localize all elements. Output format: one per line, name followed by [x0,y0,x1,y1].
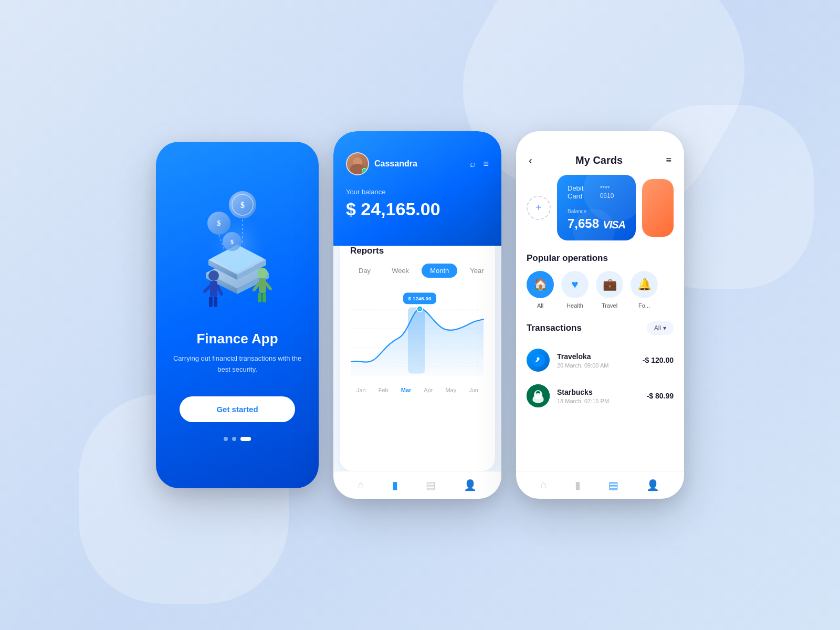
chevron-down-icon: ▾ [663,324,666,332]
header-actions: ⌕ ≡ [470,159,489,170]
finance-app-subtitle: Carrying out financial transactions with… [172,353,303,375]
traveloka-name: Traveloka [557,352,635,361]
finance-app-title: Finance App [196,331,278,347]
x-label-mar: Mar [401,387,412,393]
chart-area: Reports Day Week Month Year [340,235,495,471]
my-cards-header: ‹ My Cards ≡ [516,131,684,175]
reports-title: Reports [350,246,485,256]
operation-health-label: Health [566,302,583,309]
x-label-apr: Apr [424,387,433,393]
operation-food-label: Fo... [638,302,650,309]
nav-home-icon-3[interactable]: ⌂ [541,479,547,491]
card-partial-orange [642,179,674,237]
svg-point-40 [537,358,540,360]
operation-health-icon: ♥ [561,271,589,298]
nav-chart-icon[interactable]: ▮ [392,479,398,491]
svg-text:$: $ [240,201,245,209]
operation-health[interactable]: ♥ Health [561,271,589,309]
svg-rect-29 [262,293,266,302]
balance-amount: $ 24,165.00 [346,199,489,219]
starbucks-name: Starbucks [557,388,639,396]
phones-container: $ $ $ [156,131,684,499]
traveloka-date: 20 March, 09:00 AM [557,362,635,369]
operation-travel-icon: 💼 [596,271,623,298]
operation-all-icon: 🏠 [527,271,554,298]
starbucks-info: Starbucks 18 March, 07:15 PM [557,388,639,404]
finance-illustration: $ $ $ [174,173,300,320]
plus-icon: + [536,202,542,214]
tab-year[interactable]: Year [461,264,492,278]
menu-icon[interactable]: ≡ [483,159,489,170]
card-number-label: **** 0610 [600,185,625,200]
nav-profile-icon-3[interactable]: 👤 [646,479,659,491]
operation-travel-label: Travel [602,302,617,309]
svg-rect-19 [210,281,217,297]
nav-cards-icon[interactable]: ▤ [426,479,436,491]
card-bottom: 7,658 VISA [568,216,625,231]
dot-2 [232,437,236,441]
popular-operations-title: Popular operations [516,253,684,264]
phone-finance-app: $ $ $ [156,142,319,488]
my-cards-title: My Cards [575,154,623,166]
header-top-row: Cassandra ⌕ ≡ [346,152,489,175]
page-dots [224,437,251,441]
dashboard-bottom-nav: ⌂ ▮ ▤ 👤 [333,471,501,499]
svg-text:$ 1246.00: $ 1246.00 [408,296,432,301]
cards-section: + Debit Card **** 0610 Balance 7,658 VIS… [516,175,684,240]
user-avatar [346,152,369,175]
dot-1 [224,437,228,441]
online-indicator [362,168,367,173]
transactions-filter[interactable]: All ▾ [647,321,674,335]
card-type-label: Debit Card [568,184,600,200]
nav-cards-icon-3[interactable]: ▤ [608,479,618,491]
card-balance-label: Balance [568,208,625,214]
nav-profile-icon[interactable]: 👤 [464,479,477,491]
operation-all[interactable]: 🏠 All [527,271,554,309]
back-button[interactable]: ‹ [529,154,532,166]
operation-food[interactable]: 🔔 Fo... [631,271,658,309]
starbucks-amount: -$ 80.99 [647,392,674,400]
phone-dashboard: Cassandra ⌕ ≡ Your balance $ 24,165.00 R… [333,131,501,499]
starbucks-logo [527,384,550,407]
svg-text:$: $ [217,219,221,227]
x-label-feb: Feb [379,387,388,393]
x-label-jun: Jun [469,387,478,393]
svg-point-18 [208,270,219,281]
get-started-button[interactable]: Get started [180,396,295,422]
svg-rect-23 [214,297,217,307]
my-cards-bottom-nav: ⌂ ▮ ▤ 👤 [516,471,684,499]
nav-chart-icon-3[interactable]: ▮ [575,479,581,491]
transactions-header: Transactions All ▾ [516,321,684,335]
tab-day[interactable]: Day [350,264,379,278]
chart-x-labels: Jan Feb Mar Apr May Jun [350,383,485,400]
menu-button[interactable]: ≡ [666,155,671,166]
nav-home-icon[interactable]: ⌂ [358,479,364,491]
add-card-button[interactable]: + [527,196,551,220]
svg-text:$: $ [230,238,234,246]
chart-container: $ 1246.00 Jan Feb Mar Apr May Jun [350,286,485,471]
dot-3 [240,437,251,441]
phone-my-cards: ‹ My Cards ≡ + Debit Card **** 0610 Bala… [516,131,684,499]
traveloka-info: Traveloka 20 March, 09:00 AM [557,352,635,369]
operation-travel[interactable]: 💼 Travel [596,271,623,309]
starbucks-date: 18 March, 07:15 PM [557,398,639,404]
traveloka-logo [527,349,550,372]
svg-line-20 [205,286,210,291]
phone1-content: $ $ $ [156,142,319,488]
svg-rect-28 [258,293,261,302]
operation-all-label: All [537,302,543,309]
filter-label: All [654,324,661,332]
card-top: Debit Card **** 0610 [568,184,625,200]
tab-week[interactable]: Week [383,264,417,278]
tab-month[interactable]: Month [422,264,457,278]
transaction-traveloka[interactable]: Traveloka 20 March, 09:00 AM -$ 120.00 [516,342,684,378]
operation-food-icon: 🔔 [631,271,658,298]
svg-rect-25 [259,278,266,293]
user-info: Cassandra [346,152,417,175]
svg-rect-22 [209,297,213,307]
x-label-jan: Jan [356,387,366,393]
transaction-starbucks[interactable]: Starbucks 18 March, 07:15 PM -$ 80.99 [516,378,684,414]
dashboard-header: Cassandra ⌕ ≡ Your balance $ 24,165.00 [333,131,501,246]
search-icon[interactable]: ⌕ [470,159,476,170]
debit-card[interactable]: Debit Card **** 0610 Balance 7,658 VISA [557,175,636,240]
